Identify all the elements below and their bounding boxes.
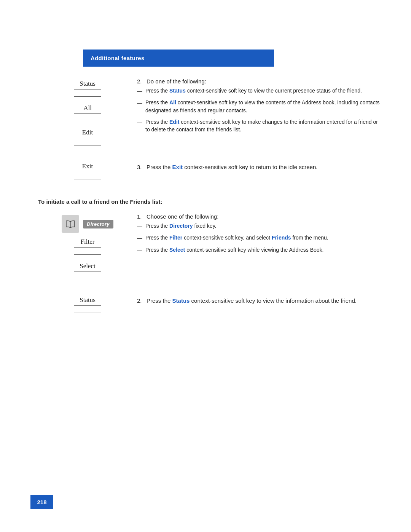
step2-bullet-list: — Press the Status context-sensitive sof…: [137, 87, 381, 133]
bullet-edit: — Press the Edit context-sensitive soft …: [137, 118, 381, 134]
dash-dir-1: —: [137, 222, 142, 230]
step2-label: 2. Do one of the following:: [137, 78, 381, 85]
dir-status-text-col: 2. Press the Status context-sensitive so…: [137, 294, 381, 321]
all-keyword: All: [169, 99, 176, 105]
bullet-directory: — Press the Directory fixed key.: [137, 222, 381, 230]
dir-status-key-label: Status: [80, 296, 96, 304]
dash-dir-2: —: [137, 234, 142, 242]
bullet-filter-text: Press the Filter context-sensitive soft …: [145, 234, 328, 242]
header-title: Additional features: [91, 55, 145, 61]
dir-status-keys-col: Status: [38, 294, 137, 321]
header-bar: Additional features: [83, 50, 274, 67]
select-keyword: Select: [169, 247, 185, 253]
page-number: 218: [30, 495, 53, 509]
bullet-status: — Press the Status context-sensitive sof…: [137, 87, 381, 95]
exit-key-button[interactable]: [74, 172, 101, 179]
dir-step2-section: Status 2. Press the Status context-sensi…: [38, 294, 381, 321]
dir-status-key-button[interactable]: [74, 305, 101, 313]
open-book-icon: [62, 215, 79, 233]
step2-section: Status All Edit 2. Do one of the followi…: [38, 78, 381, 153]
directory-keyword: Directory: [169, 223, 193, 229]
exit-keyword: Exit: [172, 164, 183, 170]
dir-text-col: 1. Choose one of the following: — Press …: [137, 213, 381, 287]
step3-section: Exit 3. Press the Exit context-sensitive…: [38, 161, 381, 187]
edit-key-button[interactable]: [74, 138, 101, 145]
dir-icon-row: Directory: [62, 215, 113, 233]
all-key-label: All: [83, 104, 92, 112]
directory-button[interactable]: Directory: [83, 220, 113, 228]
bullet-select-text: Press the Select context-sensitive soft …: [145, 246, 323, 254]
dir-section: Directory Filter Select 1. Choose one of…: [38, 213, 381, 287]
friends-list-heading: To initiate a call to a friend on the Fr…: [38, 198, 381, 205]
dir-status-keyword: Status: [172, 297, 190, 304]
step3-text: 3. Press the Exit context-sensitive soft…: [137, 163, 381, 172]
bullet-all: — Press the All context-sensitive soft k…: [137, 99, 381, 114]
step2-keys-col: Status All Edit: [38, 78, 137, 153]
edit-keyword: Edit: [169, 119, 179, 125]
status-keyword: Status: [169, 88, 186, 94]
dir-step2-text: 2. Press the Status context-sensitive so…: [137, 297, 381, 305]
dash-icon-2: —: [137, 99, 142, 114]
step3-text-col: 3. Press the Exit context-sensitive soft…: [137, 161, 381, 174]
bullet-all-text: Press the All context-sensitive soft key…: [145, 99, 381, 114]
select-key-button[interactable]: [74, 272, 101, 279]
content-area: Status All Edit 2. Do one of the followi…: [0, 78, 411, 321]
status-key-button[interactable]: [74, 89, 101, 97]
bullet-edit-text: Press the Edit context-sensitive soft ke…: [145, 118, 381, 134]
select-key-label: Select: [80, 262, 96, 270]
status-key-label: Status: [80, 80, 96, 88]
bullet-directory-text: Press the Directory fixed key.: [145, 222, 217, 230]
all-key-button[interactable]: [74, 113, 101, 121]
exit-key-label: Exit: [82, 163, 93, 170]
filter-keyword: Filter: [169, 235, 182, 241]
dash-dir-3: —: [137, 246, 142, 254]
friends-keyword: Friends: [272, 235, 291, 241]
step2-text-col: 2. Do one of the following: — Press the …: [137, 78, 381, 153]
bullet-filter: — Press the Filter context-sensitive sof…: [137, 234, 381, 242]
bullet-select: — Press the Select context-sensitive sof…: [137, 246, 381, 254]
dash-icon: —: [137, 87, 142, 95]
dash-icon-3: —: [137, 118, 142, 134]
bullet-status-text: Press the Status context-sensitive soft …: [145, 87, 362, 95]
edit-key-label: Edit: [82, 129, 93, 136]
dir-bullet-list: — Press the Directory fixed key. — Press…: [137, 222, 381, 254]
choose-label: 1. Choose one of the following:: [137, 213, 381, 220]
filter-key-button[interactable]: [74, 247, 101, 255]
dir-keys-col: Directory Filter Select: [38, 213, 137, 287]
step3-keys-col: Exit: [38, 161, 137, 187]
filter-key-label: Filter: [81, 238, 95, 246]
